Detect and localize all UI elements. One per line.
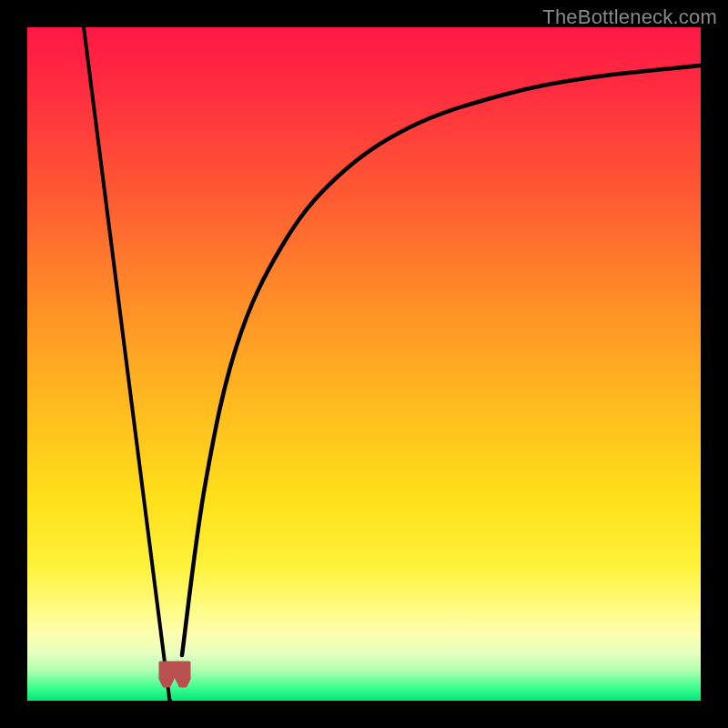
chart-svg (27, 27, 701, 701)
chart-plot-area (27, 27, 701, 701)
watermark-text: TheBottleneck.com (542, 5, 717, 29)
